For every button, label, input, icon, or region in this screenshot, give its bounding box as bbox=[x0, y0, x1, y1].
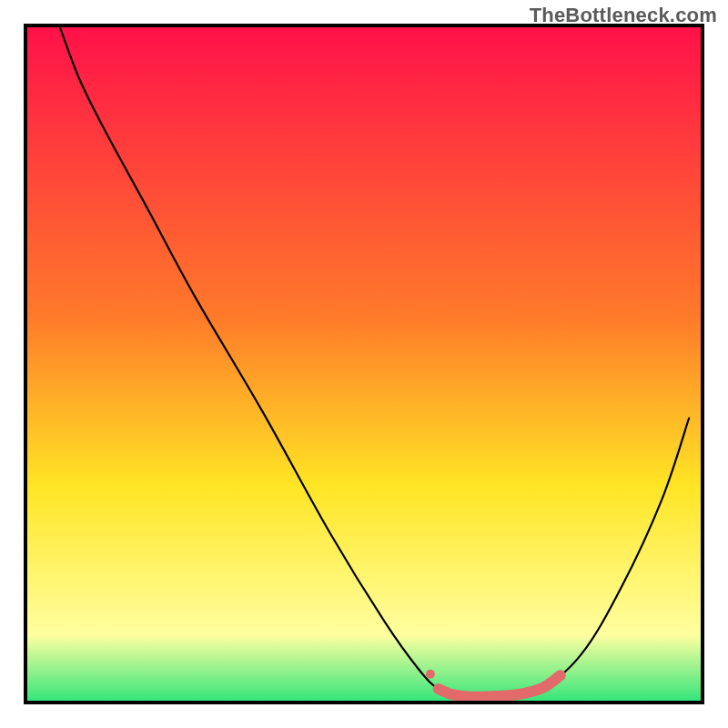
watermark-text: TheBottleneck.com bbox=[530, 4, 717, 27]
highlight-dot bbox=[426, 670, 435, 679]
plot-background bbox=[25, 25, 703, 703]
chart-svg bbox=[0, 0, 728, 728]
chart-container: TheBottleneck.com bbox=[0, 0, 728, 728]
